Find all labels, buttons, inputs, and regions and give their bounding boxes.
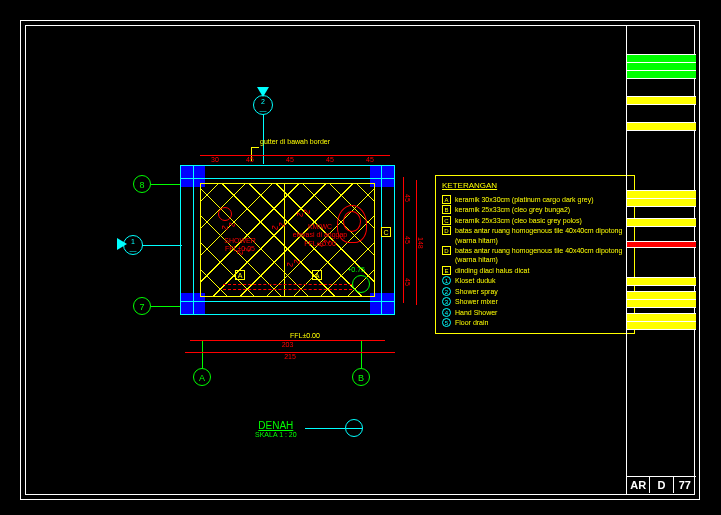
tb-row: [627, 131, 696, 191]
title-line: [305, 428, 345, 429]
drawing-title: DENAH SKALA 1 : 20: [255, 420, 297, 438]
grid-bubble-B: B: [352, 368, 370, 386]
legend-symbol: D: [442, 246, 451, 255]
legend-title: KETERANGAN: [442, 181, 628, 192]
sheet-number: AR D 77: [627, 476, 696, 493]
tb-row: [627, 248, 696, 278]
grid-bubble-7: 7: [133, 297, 151, 315]
tb-row: [627, 292, 696, 300]
legend-symbol: 3: [442, 297, 451, 306]
section-num: 1: [131, 238, 135, 245]
tb-row: [627, 314, 696, 322]
wall-bottom: [180, 301, 395, 315]
tb-row: [627, 322, 696, 330]
wall-top: [180, 165, 395, 179]
wall-right: [381, 165, 395, 315]
grid-line: [151, 184, 181, 185]
tb-header: [627, 25, 696, 55]
legend-item: 2Shower spray: [442, 287, 628, 296]
tb-row: [627, 207, 696, 219]
grid-line: [151, 306, 181, 307]
tb-row: [627, 227, 696, 242]
legend-item: Ckeramik 25x33cm (cleo basic grey polos): [442, 216, 628, 225]
dim-right-total: 148: [416, 180, 424, 305]
legend-box: KETERANGAN Akeramik 30x30cm (platinum ca…: [435, 175, 635, 334]
legend-text: keramik 25x33cm (cleo grey bunga2): [455, 205, 570, 214]
tb-row: [627, 199, 696, 207]
gutter-note: gutter di bawah border: [260, 138, 330, 145]
dim-top: 45: [310, 155, 350, 163]
legend-symbol: 5: [442, 318, 451, 327]
legend-item: 1Kloset duduk: [442, 276, 628, 285]
ref-marker-C: C: [381, 227, 391, 237]
elevation-tag: +0.75: [347, 266, 365, 273]
title-block: AR D 77: [626, 25, 696, 495]
legend-text: Floor drain: [455, 318, 488, 327]
legend-symbol: 2: [442, 287, 451, 296]
legend-symbol: B: [442, 205, 451, 214]
floor-plan: ∿∿ ∿∿ ∿∿ ∿∿ ∿∿ ∿∿ SHOWERFFL±0.05 KM/WCel…: [180, 165, 395, 315]
section-arrow-icon: [257, 87, 269, 97]
legend-item: 5Floor drain: [442, 318, 628, 327]
room-label-shower: SHOWERFFL±0.05: [210, 237, 270, 254]
legend-text: keramik 25x33cm (cleo basic grey polos): [455, 216, 582, 225]
legend-symbol: 1: [442, 276, 451, 285]
wall-left: [180, 165, 194, 315]
ref-marker-A: A: [235, 270, 245, 280]
legend-text: Shower mixer: [455, 297, 498, 306]
legend-symbol: D: [442, 226, 451, 235]
dim-bot1: 203: [190, 340, 385, 348]
leader-line: [251, 147, 259, 148]
legend-text: keramik 30x30cm (platinum cargo dark gre…: [455, 195, 594, 204]
legend-symbol: C: [442, 216, 451, 225]
tb-row: [627, 79, 696, 97]
tb-row: [627, 219, 696, 227]
drawing-canvas[interactable]: 2— 1— gutter di bawah border 8 7 A B 30 …: [25, 25, 625, 495]
legend-item: Bkeramik 25x33cm (cleo grey bunga2): [442, 205, 628, 214]
grid-bubble-A: A: [193, 368, 211, 386]
threshold-strip: [223, 284, 352, 290]
tb-row: [627, 71, 696, 79]
dim-right: 45: [403, 219, 411, 261]
dim-right: 45: [403, 261, 411, 303]
sheet-c: 77: [673, 477, 696, 493]
dim-top: 45: [350, 155, 390, 163]
tb-row: [627, 278, 696, 286]
tb-row: [627, 191, 696, 199]
legend-text: Shower spray: [455, 287, 498, 296]
tb-row: [627, 300, 696, 308]
legend-symbol: E: [442, 266, 451, 275]
dim-top: 45: [270, 155, 310, 163]
fixture-circle: [352, 275, 370, 293]
legend-text: Hand Shower: [455, 308, 497, 317]
tb-row: [627, 97, 696, 105]
sheet-b: D: [649, 477, 672, 493]
drawing-name: DENAH: [255, 420, 297, 431]
section-num: 2: [261, 98, 265, 105]
legend-text: Kloset duduk: [455, 276, 495, 285]
legend-item: Akeramik 30x30cm (platinum cargo dark gr…: [442, 195, 628, 204]
dim-right: 45: [403, 177, 411, 219]
legend-text: dinding diaci halus dicat: [455, 266, 529, 275]
legend-item: Edinding diaci halus dicat: [442, 266, 628, 275]
ref-marker-A: A: [312, 270, 322, 280]
tb-row: [627, 105, 696, 123]
sheet-a: AR: [627, 477, 649, 493]
legend-text: batas antar ruang homogenous tile 40x40c…: [455, 246, 628, 265]
legend-item: Dbatas antar ruang homogenous tile 40x40…: [442, 226, 628, 245]
section-marker-top: 2—: [253, 95, 273, 115]
dim-top: 45: [230, 155, 270, 163]
legend-item: 3Shower mixer: [442, 297, 628, 306]
drawing-scale: SKALA 1 : 20: [255, 431, 297, 438]
legend-symbol: A: [442, 195, 451, 204]
tb-row: [627, 63, 696, 71]
dim-top: 30: [200, 155, 230, 163]
legend-items: Akeramik 30x30cm (platinum cargo dark gr…: [442, 195, 628, 328]
grid-bubble-8: 8: [133, 175, 151, 193]
title-marker-icon: [345, 419, 363, 437]
ffl-note: FFL±0.00: [290, 332, 320, 339]
tb-row: [627, 123, 696, 131]
section-line-h: [142, 245, 182, 246]
tb-row: [627, 55, 696, 63]
legend-text: batas antar ruang homogenous tile 40x40c…: [455, 226, 628, 245]
